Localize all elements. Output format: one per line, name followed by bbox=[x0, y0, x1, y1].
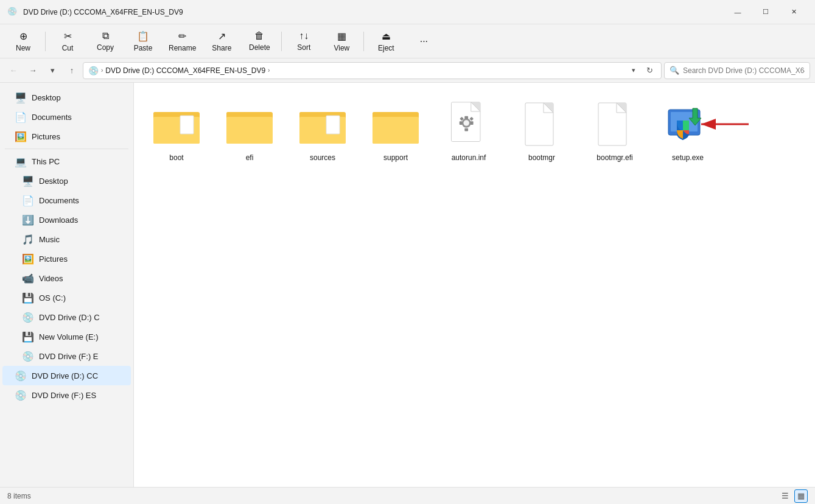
more-icon: ··· bbox=[420, 36, 428, 47]
sidebar-label: Documents bbox=[32, 113, 72, 122]
dvd-bottom-icon: 💿 bbox=[15, 390, 27, 401]
toolbar-separator-1 bbox=[45, 32, 46, 51]
file-name-efi: efi bbox=[246, 153, 254, 162]
sidebar-separator bbox=[5, 149, 128, 149]
file-name-support: support bbox=[383, 153, 408, 162]
view-button[interactable]: ▦ View bbox=[323, 27, 360, 56]
file-name-boot: boot bbox=[169, 153, 183, 162]
file-item-bootmgr[interactable]: bootmgr bbox=[511, 95, 572, 167]
file-item-efi[interactable]: efi bbox=[219, 95, 280, 167]
pictures-pc-icon: 🖼️ bbox=[22, 253, 34, 265]
list-view-button[interactable]: ☰ bbox=[778, 489, 792, 503]
sidebar-item-dvd-f[interactable]: 💿 DVD Drive (F:) E bbox=[2, 346, 131, 366]
eject-button[interactable]: ⏏ Eject bbox=[368, 27, 404, 56]
close-button[interactable]: ✕ bbox=[780, 2, 808, 22]
back-button[interactable]: ← bbox=[5, 62, 22, 79]
new-button[interactable]: ⊕ New bbox=[5, 27, 41, 56]
sidebar-label: This PC bbox=[32, 157, 60, 166]
up-button[interactable]: ↑ bbox=[63, 62, 80, 79]
file-item-sources[interactable]: sources bbox=[292, 95, 353, 167]
file-item-setup[interactable]: setup.exe bbox=[657, 95, 718, 167]
file-name-bootmgr-efi: bootmgr.efi bbox=[596, 153, 632, 162]
sidebar-label: Downloads bbox=[39, 215, 78, 225]
share-label: Share bbox=[212, 44, 231, 52]
folder-sources-icon bbox=[298, 100, 347, 149]
sort-icon: ↑↓ bbox=[299, 30, 309, 41]
sidebar-item-pictures-pc[interactable]: 🖼️ Pictures bbox=[2, 249, 131, 268]
sidebar-label: Pictures bbox=[32, 132, 60, 141]
sidebar-item-dvd-d[interactable]: 💿 DVD Drive (D:) C bbox=[2, 307, 131, 327]
share-button[interactable]: ↗ Share bbox=[203, 27, 240, 56]
file-item-autorun[interactable]: autorun.inf bbox=[438, 95, 499, 167]
rename-icon: ✏ bbox=[178, 30, 186, 42]
sidebar-item-new-vol-e[interactable]: 💾 New Volume (E:) bbox=[2, 327, 131, 346]
rename-label: Rename bbox=[169, 44, 196, 52]
rename-button[interactable]: ✏ Rename bbox=[163, 27, 202, 56]
sidebar-item-documents-quick[interactable]: 📄 Documents bbox=[2, 107, 131, 127]
paste-button[interactable]: 📋 Paste bbox=[125, 27, 161, 56]
refresh-button[interactable]: ↻ bbox=[643, 64, 656, 77]
svg-rect-21 bbox=[460, 121, 463, 125]
file-item-boot[interactable]: boot bbox=[146, 95, 207, 167]
sidebar-item-videos-pc[interactable]: 📹 Videos bbox=[2, 268, 131, 288]
status-bar: 8 items ☰ ▦ bbox=[0, 487, 815, 504]
forward-button[interactable]: → bbox=[24, 62, 41, 79]
sidebar-item-os-c[interactable]: 💾 OS (C:) bbox=[2, 288, 131, 307]
search-bar[interactable]: 🔍 bbox=[664, 62, 810, 79]
videos-pc-icon: 📹 bbox=[22, 273, 34, 284]
nav-dropdown-button[interactable]: ▾ bbox=[44, 62, 61, 79]
dvd-active-icon: 💿 bbox=[15, 370, 27, 382]
sidebar-item-pictures-quick[interactable]: 🖼️ Pictures bbox=[2, 127, 131, 146]
sidebar-item-desktop-quick[interactable]: 🖥️ Desktop bbox=[2, 88, 131, 107]
new-label: New bbox=[16, 44, 30, 52]
sidebar-item-downloads-pc[interactable]: ⬇️ Downloads bbox=[2, 210, 131, 229]
toolbar: ⊕ New ✂ Cut ⧉ Copy 📋 Paste ✏ Rename ↗ Sh… bbox=[0, 24, 815, 58]
view-icon: ▦ bbox=[337, 30, 346, 42]
breadcrumb-separator-1: › bbox=[101, 67, 103, 74]
music-pc-icon: 🎵 bbox=[22, 234, 34, 245]
sidebar-label: Pictures bbox=[39, 254, 68, 264]
share-icon: ↗ bbox=[218, 30, 226, 42]
setup-file-icon bbox=[663, 100, 712, 149]
address-path: DVD Drive (D:) CCCOMA_X64FRE_EN-US_DV9 bbox=[105, 66, 265, 75]
grid-view-button[interactable]: ▦ bbox=[794, 489, 808, 503]
svg-rect-3 bbox=[180, 116, 194, 134]
sort-button[interactable]: ↑↓ Sort bbox=[285, 27, 322, 56]
delete-icon: 🗑 bbox=[254, 30, 264, 41]
title-controls: — ☐ ✕ bbox=[724, 2, 808, 22]
status-bar-right: ☰ ▦ bbox=[778, 489, 808, 503]
sidebar-item-music-pc[interactable]: 🎵 Music bbox=[2, 229, 131, 249]
sidebar-item-dvd-bottom[interactable]: 💿 DVD Drive (F:) ES bbox=[2, 385, 131, 405]
file-area: boot efi bbox=[134, 83, 815, 487]
sort-label: Sort bbox=[297, 43, 310, 52]
sidebar-item-desktop-pc[interactable]: 🖥️ Desktop bbox=[2, 171, 131, 191]
downloads-pc-icon: ⬇️ bbox=[22, 214, 34, 226]
documents-icon: 📄 bbox=[15, 111, 27, 123]
maximize-button[interactable]: ☐ bbox=[752, 2, 780, 22]
search-input[interactable] bbox=[683, 66, 805, 75]
toolbar-separator-3 bbox=[363, 32, 364, 51]
window-title: DVD Drive (D:) CCCOMA_X64FRE_EN-US_DV9 bbox=[23, 8, 183, 16]
sidebar-label: OS (C:) bbox=[39, 293, 66, 303]
copy-icon: ⧉ bbox=[102, 30, 109, 41]
minimize-button[interactable]: — bbox=[724, 2, 752, 22]
svg-rect-10 bbox=[326, 116, 340, 134]
sidebar-label: Documents bbox=[39, 196, 79, 205]
sidebar-item-documents-pc[interactable]: 📄 Documents bbox=[2, 191, 131, 210]
file-grid: boot efi bbox=[146, 95, 803, 167]
file-item-bootmgr-efi[interactable]: bootmgr.efi bbox=[584, 95, 645, 167]
documents-pc-icon: 📄 bbox=[22, 195, 34, 206]
cut-button[interactable]: ✂ Cut bbox=[49, 27, 86, 56]
sidebar-item-dvd-active[interactable]: 💿 DVD Drive (D:) CC bbox=[2, 366, 131, 385]
sidebar-label: DVD Drive (D:) CC bbox=[32, 371, 98, 380]
this-pc-icon: 💻 bbox=[15, 156, 27, 167]
address-bar[interactable]: 💿 › DVD Drive (D:) CCCOMA_X64FRE_EN-US_D… bbox=[83, 62, 662, 79]
copy-button[interactable]: ⧉ Copy bbox=[87, 27, 124, 56]
address-content: 💿 › DVD Drive (D:) CCCOMA_X64FRE_EN-US_D… bbox=[88, 66, 623, 75]
more-button[interactable]: ··· bbox=[405, 27, 442, 56]
address-dropdown-button[interactable]: ▾ bbox=[627, 64, 640, 77]
delete-button[interactable]: 🗑 Delete bbox=[241, 27, 278, 56]
sidebar-item-this-pc[interactable]: 💻 This PC bbox=[2, 152, 131, 171]
file-name-autorun: autorun.inf bbox=[452, 153, 486, 162]
file-item-support[interactable]: support bbox=[365, 95, 426, 167]
